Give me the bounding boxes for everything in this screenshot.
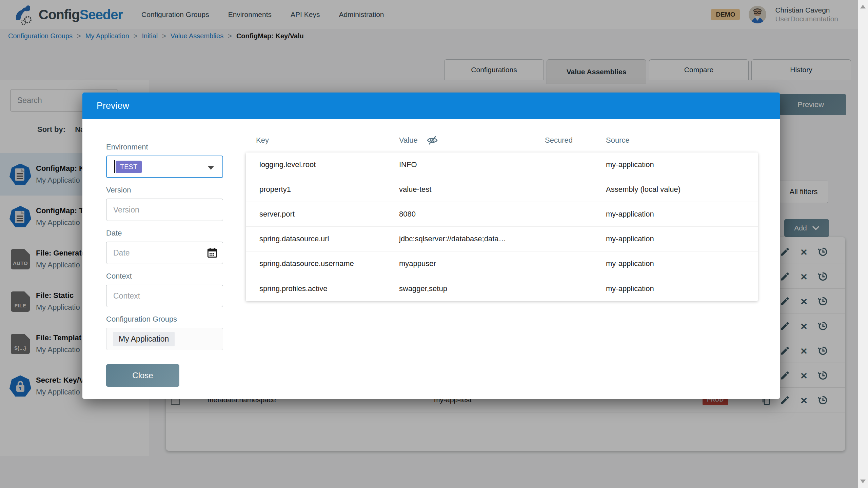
eye-off-icon[interactable] — [427, 136, 438, 145]
configuration-groups-field[interactable]: My Application — [106, 328, 223, 350]
cell-value: 8080 — [399, 210, 545, 219]
preview-form: Environment TEST Version Date Context — [106, 143, 223, 358]
scroll-up-arrow-icon[interactable] — [860, 5, 866, 8]
preview-row: spring.datasource.url jdbc:sqlserver://d… — [246, 227, 758, 251]
modal-title: Preview — [97, 101, 129, 111]
preview-row: property1 value-test Assembly (local val… — [246, 177, 758, 202]
scroll-down-arrow-icon[interactable] — [860, 480, 866, 483]
cell-key: property1 — [246, 185, 399, 194]
cell-key: spring.profiles.active — [246, 284, 399, 293]
preview-table-header: Key Value Secured Source — [246, 136, 760, 152]
secured-header: Secured — [545, 136, 573, 145]
cell-key: spring.datasource.username — [246, 259, 399, 268]
environment-select[interactable]: TEST — [106, 156, 223, 178]
preview-table-card: logging.level.root INFO my-application p… — [246, 152, 758, 301]
cell-key: server.port — [246, 210, 399, 219]
cell-key: logging.level.root — [246, 160, 399, 169]
cell-value: myappuser — [399, 259, 545, 268]
preview-row: spring.datasource.username myappuser my-… — [246, 251, 758, 276]
context-input[interactable] — [106, 285, 223, 307]
environment-label: Environment — [106, 143, 223, 151]
preview-row: spring.profiles.active swagger,setup my-… — [246, 276, 758, 301]
cell-value: INFO — [399, 160, 545, 169]
configuration-groups-label: Configuration Groups — [106, 315, 223, 324]
close-button[interactable]: Close — [106, 364, 179, 387]
preview-table: Key Value Secured Source logging.level.r… — [246, 136, 760, 301]
preview-row: server.port 8080 my-application — [246, 202, 758, 227]
preview-modal: Preview Environment TEST Version Date — [82, 93, 780, 399]
version-label: Version — [106, 186, 223, 195]
cell-value: swagger,setup — [399, 284, 545, 293]
cell-value: value-test — [399, 185, 545, 194]
calendar-icon[interactable] — [207, 247, 218, 260]
cell-source: my-application — [606, 284, 758, 293]
version-input[interactable] — [106, 199, 223, 221]
cell-value: jdbc:sqlserver://database;data… — [399, 235, 545, 243]
cell-source: my-application — [606, 235, 758, 243]
date-label: Date — [106, 229, 223, 238]
cell-source: my-application — [606, 259, 758, 268]
environment-chip: TEST — [116, 161, 142, 173]
preview-row: logging.level.root INFO my-application — [246, 152, 758, 177]
cell-source: Assembly (local value) — [606, 185, 758, 194]
cell-key: spring.datasource.url — [246, 235, 399, 243]
cell-source: my-application — [606, 210, 758, 219]
key-header: Key — [256, 136, 269, 145]
context-label: Context — [106, 272, 223, 281]
chevron-down-icon — [208, 166, 214, 170]
modal-header: Preview — [82, 93, 780, 119]
source-header: Source — [606, 136, 630, 145]
configuration-group-chip: My Application — [113, 332, 175, 346]
value-header: Value — [399, 136, 418, 145]
date-input[interactable] — [106, 242, 223, 264]
divider — [235, 136, 235, 350]
scrollbar[interactable] — [858, 0, 868, 488]
text-cursor — [114, 160, 115, 173]
cell-source: my-application — [606, 160, 758, 169]
